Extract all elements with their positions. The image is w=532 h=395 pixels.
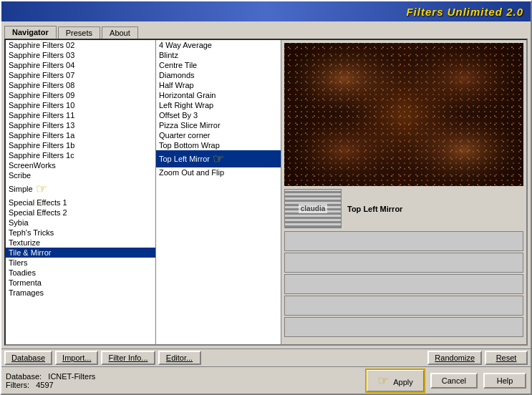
preview-thumbnail: claudia (284, 189, 342, 228)
category-item[interactable]: Sapphire Filters 11 (6, 110, 155, 120)
bottom-toolbar: Database Import... Filter Info... Editor… (1, 348, 531, 366)
category-item[interactable]: Sapphire Filters 1c (6, 150, 155, 160)
category-item[interactable]: ScreenWorks (6, 160, 155, 170)
apply-button[interactable]: ☞ Apply (366, 369, 425, 392)
apply-label: Apply (393, 378, 413, 386)
category-item[interactable]: Sapphire Filters 1a (6, 130, 155, 140)
fractal-overlay (284, 43, 523, 186)
randomize-label: Randomize (435, 353, 475, 362)
filter-info-button[interactable]: Filter Info... (101, 351, 155, 365)
import-button[interactable]: Import... (55, 351, 98, 365)
preview-image (284, 43, 523, 186)
cancel-button[interactable]: Cancel (430, 373, 478, 389)
category-item[interactable]: Sapphire Filters 03 (6, 50, 155, 60)
category-item[interactable]: Sapphire Filters 09 (6, 90, 155, 100)
preview-slot (284, 296, 523, 316)
filter-item[interactable]: Horizontal Grain (156, 90, 281, 100)
title-bar: Filters Unlimited 2.0 (1, 1, 531, 21)
category-list[interactable]: Sapphire Filters 02 Sapphire Filters 03 … (6, 40, 155, 344)
db-value: ICNET-Filters (48, 372, 95, 381)
category-item[interactable]: Tilers (6, 258, 155, 268)
db-label: Database: (6, 372, 42, 381)
filter-arrow-icon: ☞ (213, 151, 224, 167)
filter-item[interactable]: Top Bottom Wrap (156, 140, 281, 150)
main-window: Filters Unlimited 2.0 Navigator Presets … (0, 0, 532, 395)
filters-label: Filters: (6, 381, 29, 389)
category-panel: Sapphire Filters 02 Sapphire Filters 03 … (6, 40, 156, 344)
preview-slot (284, 274, 523, 294)
reset-label: Reset (496, 353, 517, 362)
category-item[interactable]: Sapphire Filters 02 (6, 40, 155, 50)
tab-navigator[interactable]: Navigator (4, 26, 57, 39)
database-button[interactable]: Database (4, 351, 52, 365)
filter-item[interactable]: Offset By 3 (156, 110, 281, 120)
preview-slot (284, 231, 523, 251)
editor-button[interactable]: Editor... (158, 351, 201, 365)
filter-name-label: Top Left Mirror (347, 205, 523, 213)
filter-item[interactable]: Left Right Wrap (156, 100, 281, 110)
cancel-label: Cancel (442, 376, 466, 385)
editor-label: ditor... (171, 353, 193, 362)
filter-panel[interactable]: 4 Way Average Blintz Centre Tile Diamond… (156, 40, 281, 344)
thumbnail-row: claudia Top Left Mirror (284, 189, 523, 228)
help-label: Help (497, 376, 513, 385)
category-item[interactable]: Tormenta (6, 278, 155, 288)
preview-slot (284, 317, 523, 337)
category-item[interactable]: Tramages (6, 288, 155, 298)
category-item[interactable]: Scribe (6, 170, 155, 180)
preview-panel: claudia Top Left Mirror (281, 40, 526, 344)
reset-button[interactable]: Reset (485, 351, 528, 365)
tab-about[interactable]: About (102, 26, 138, 39)
database-label: atabase (17, 353, 45, 362)
category-item-simple[interactable]: Simple ☞ (6, 180, 155, 198)
category-item[interactable]: Special Effects 1 (6, 198, 155, 208)
tab-bar: Navigator Presets About (1, 21, 531, 39)
category-item[interactable]: Toadies (6, 268, 155, 278)
preview-slot (284, 253, 523, 273)
help-button[interactable]: Help (483, 373, 526, 389)
filter-item-topleftmirror[interactable]: Top Left Mirror ☞ (156, 150, 281, 167)
filters-value: 4597 (36, 381, 53, 389)
category-item[interactable]: Sapphire Filters 13 (6, 120, 155, 130)
filter-item[interactable]: 4 Way Average (156, 40, 281, 50)
filter-item[interactable]: Blintz (156, 50, 281, 60)
filter-item[interactable]: Diamonds (156, 70, 281, 80)
category-item[interactable]: Sapphire Filters 07 (6, 70, 155, 80)
main-content: Sapphire Filters 02 Sapphire Filters 03 … (4, 39, 528, 346)
category-item[interactable]: Sapphire Filters 08 (6, 80, 155, 90)
filter-item[interactable]: Pizza Slice Mirror (156, 120, 281, 130)
apply-arrow-icon: ☞ (377, 373, 389, 389)
filter-item[interactable]: Centre Tile (156, 60, 281, 70)
category-item[interactable]: Special Effects 2 (6, 208, 155, 218)
category-item[interactable]: Sapphire Filters 04 (6, 60, 155, 70)
preview-slots (284, 231, 523, 341)
category-item[interactable]: Sapphire Filters 10 (6, 100, 155, 110)
category-item[interactable]: Texturize (6, 238, 155, 248)
simple-arrow-icon: ☞ (36, 181, 47, 197)
filter-item[interactable]: Half Wrap (156, 80, 281, 90)
category-item-tilemirror[interactable]: Tile & Mirror (6, 248, 155, 258)
category-item[interactable]: Teph's Tricks (6, 228, 155, 238)
import-label: mport... (64, 353, 91, 362)
category-item[interactable]: Sybia (6, 218, 155, 228)
tab-presets[interactable]: Presets (58, 26, 100, 39)
category-item[interactable]: Sapphire Filters 1b (6, 140, 155, 150)
filter-item[interactable]: Quarter corner (156, 130, 281, 140)
filter-item[interactable]: Zoom Out and Flip (156, 167, 281, 177)
filter-info-label: ilter Info... (113, 353, 147, 362)
status-text: Database: ICNET-Filters Filters: 4597 (6, 372, 360, 389)
svg-rect-3 (284, 43, 523, 186)
randomize-button[interactable]: Randomize (427, 351, 482, 365)
status-bar: Database: ICNET-Filters Filters: 4597 ☞ … (1, 366, 531, 394)
title-text: Filters Unlimited 2.0 (406, 6, 523, 18)
